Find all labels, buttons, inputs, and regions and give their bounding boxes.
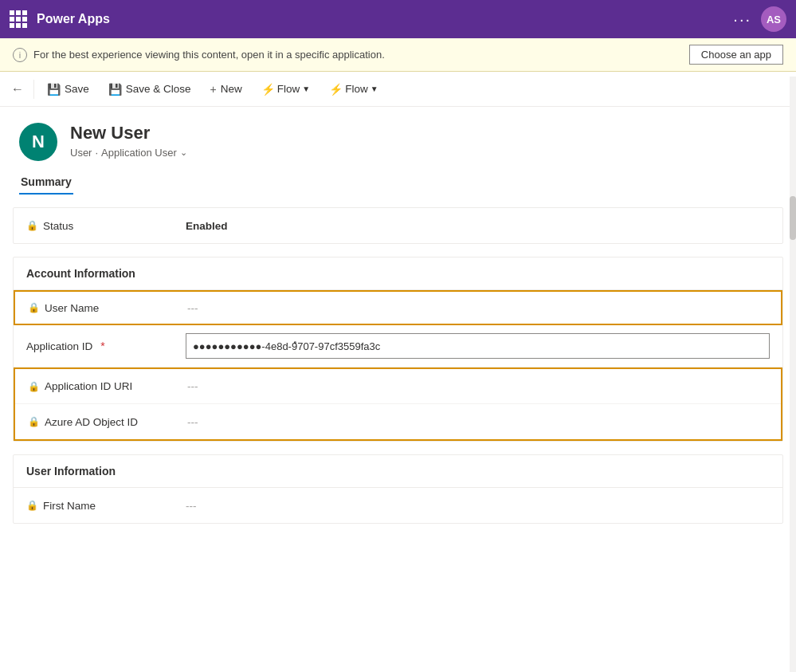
breadcrumb-chevron-icon[interactable]: ⌄ [180, 147, 187, 158]
account-information-section: Account Information 🔒 User Name --- Appl… [13, 257, 783, 442]
scrollbar-thumb[interactable] [790, 196, 796, 240]
breadcrumb-separator: · [95, 147, 98, 159]
ellipsis-button[interactable]: ··· [733, 10, 751, 29]
tab-summary[interactable]: Summary [19, 171, 73, 195]
application-id-uri-value: --- [187, 380, 768, 392]
azure-ad-object-id-label: 🔒 Azure AD Object ID [28, 416, 187, 428]
first-name-field-row: 🔒 First Name --- [14, 488, 782, 523]
chevron-down-icon-2: ▼ [371, 84, 378, 93]
required-indicator: * [100, 340, 104, 352]
azure-ad-lock-icon: 🔒 [28, 416, 40, 427]
user-avatar-icon: N [19, 123, 57, 161]
app-title: Power Apps [37, 12, 110, 26]
user-name-label-text: User Name [45, 302, 99, 314]
flow-button-1[interactable]: ⚡ Flow ▼ [253, 80, 318, 99]
user-information-header: User Information [14, 455, 782, 488]
user-name-label: 🔒 User Name [28, 302, 187, 314]
azure-ad-object-id-label-text: Azure AD Object ID [45, 416, 138, 428]
application-id-input[interactable] [186, 333, 770, 359]
application-id-uri-label: 🔒 Application ID URI [28, 380, 187, 392]
application-id-label: Application ID * [26, 340, 186, 352]
azure-ad-object-id-field-row: 🔒 Azure AD Object ID --- [15, 404, 781, 439]
topbar: Power Apps ··· AS [0, 0, 796, 38]
status-field-row: 🔒 Status Enabled [14, 208, 782, 243]
save-close-icon: 💾 [108, 83, 122, 96]
first-name-value: --- [186, 500, 770, 512]
info-icon: i [13, 48, 27, 62]
user-name-value: --- [187, 302, 768, 314]
avatar[interactable]: AS [761, 6, 786, 32]
new-button[interactable]: + New [202, 80, 250, 99]
waffle-icon[interactable] [10, 10, 27, 28]
user-info: New User User · Application User ⌄ [70, 123, 187, 159]
info-banner: i For the best experience viewing this c… [0, 38, 796, 72]
back-button[interactable]: ← [6, 78, 29, 100]
application-id-label-text: Application ID [26, 340, 92, 352]
new-label: New [221, 83, 242, 95]
flow-label-2: Flow [345, 83, 368, 95]
save-button[interactable]: 💾 Save [39, 80, 97, 99]
save-close-label: Save & Close [126, 83, 191, 95]
info-message: For the best experience viewing this con… [33, 49, 385, 61]
status-label: 🔒 Status [26, 220, 186, 232]
azure-ad-object-id-value: --- [187, 416, 768, 428]
status-lock-icon: 🔒 [26, 220, 38, 231]
save-close-button[interactable]: 💾 Save & Close [100, 80, 199, 99]
application-id-uri-field-row: 🔒 Application ID URI --- [15, 369, 781, 404]
status-label-text: Status [43, 220, 73, 232]
user-header: N New User User · Application User ⌄ [0, 107, 796, 161]
flow-label-1: Flow [277, 83, 300, 95]
toolbar-divider-1 [33, 80, 34, 99]
application-id-uri-lock-icon: 🔒 [28, 381, 40, 392]
content-area: N New User User · Application User ⌄ Sum… [0, 107, 796, 672]
user-name: New User [70, 123, 187, 143]
user-breadcrumb: User · Application User ⌄ [70, 147, 187, 159]
user-name-field-row: 🔒 User Name --- [14, 290, 782, 325]
new-icon: + [210, 83, 217, 96]
breadcrumb-app-user[interactable]: Application User [101, 147, 177, 159]
flow-icon-1: ⚡ [261, 83, 275, 96]
flow-button-2[interactable]: ⚡ Flow ▼ [321, 80, 386, 99]
flow-icon-2: ⚡ [329, 83, 343, 96]
application-id-field-row: Application ID * [14, 325, 782, 367]
breadcrumb-user[interactable]: User [70, 147, 92, 159]
scrollbar[interactable] [790, 77, 796, 672]
chevron-down-icon-1: ▼ [302, 84, 310, 93]
first-name-lock-icon: 🔒 [26, 500, 38, 511]
account-information-header: Account Information [14, 257, 782, 290]
choose-app-button[interactable]: Choose an app [689, 45, 783, 65]
main-content: 🔒 Status Enabled Account Information 🔒 U… [0, 195, 796, 536]
application-id-azure-group: 🔒 Application ID URI --- 🔒 Azure AD Obje… [14, 367, 782, 441]
toolbar: ← 💾 Save 💾 Save & Close + New ⚡ Flow ▼ ⚡… [0, 72, 796, 107]
first-name-label: 🔒 First Name [26, 500, 186, 512]
save-icon: 💾 [47, 83, 61, 96]
status-value: Enabled [186, 220, 770, 232]
application-id-uri-label-text: Application ID URI [45, 380, 132, 392]
save-label: Save [65, 83, 89, 95]
user-name-lock-icon: 🔒 [28, 302, 40, 313]
status-section: 🔒 Status Enabled [13, 207, 783, 244]
tabs: Summary [0, 161, 796, 195]
first-name-label-text: First Name [43, 500, 96, 512]
user-information-section: User Information 🔒 First Name --- [13, 454, 783, 524]
